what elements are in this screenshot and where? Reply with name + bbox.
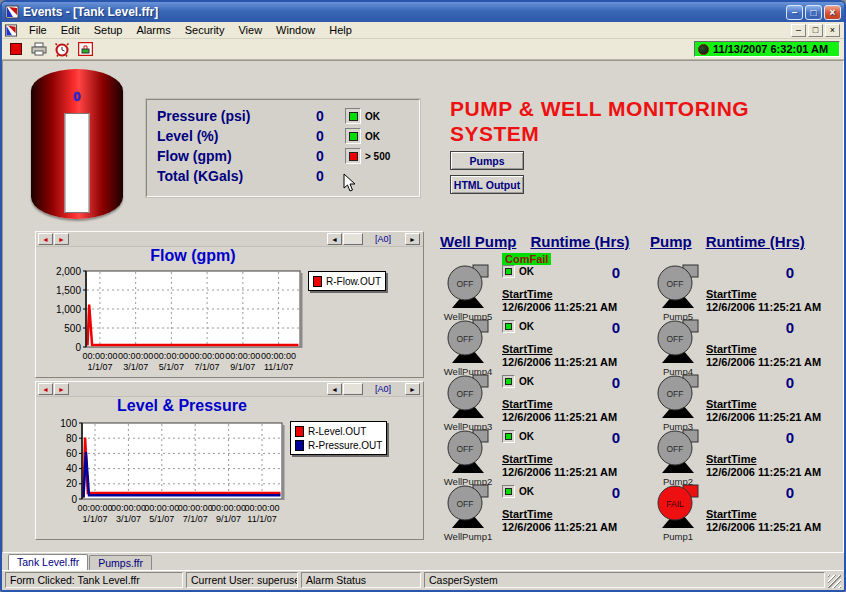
chart-scroll-right-group: ◄[A0]► (327, 383, 421, 395)
scroll-left-button[interactable]: ◄ (38, 383, 53, 395)
html-output-button[interactable]: HTML Output (450, 175, 524, 194)
pump-off-icon[interactable]: OFF (444, 263, 492, 309)
chart-scroll-row: ◄►◄[A0]► (36, 232, 423, 247)
pump-rows: OFFWellPump5OKStartTime12/6/2006 11:25:2… (440, 263, 648, 538)
scroll-left-button[interactable]: ◄ (38, 233, 53, 245)
svg-text:1/1/07: 1/1/07 (82, 514, 107, 524)
pump-off-icon[interactable]: OFF (654, 263, 702, 309)
pumps-button[interactable]: Pumps (450, 151, 524, 170)
status-field-3: CasperSystem (424, 572, 825, 588)
menu-window[interactable]: Window (269, 23, 322, 37)
mdi-minimize-button[interactable]: – (791, 24, 806, 37)
ok-label: OK (519, 376, 534, 387)
chart-scroll-row: ◄►◄[A0]► (36, 382, 423, 397)
page-title: PUMP & WELL MONITORING SYSTEM (450, 97, 750, 147)
column-header-left: Pump (650, 233, 692, 250)
chart-plot-2: 02040608010000:00:001/1/0700:00:003/1/07… (36, 397, 421, 539)
svg-text:1,000: 1,000 (56, 304, 81, 315)
column-header-left: Well Pump (440, 233, 516, 250)
tab-tank-level-ffr[interactable]: Tank Level.ffr (8, 554, 88, 570)
status-led-icon (345, 148, 361, 164)
menu-file[interactable]: File (22, 23, 54, 37)
events-log-button[interactable] (75, 40, 95, 58)
scroll-right-button[interactable]: ► (54, 383, 69, 395)
title-bar[interactable]: Events - [Tank Level.ffr] – □ × (2, 2, 844, 22)
menu-edit[interactable]: Edit (54, 23, 87, 37)
action-buttons: PumpsHTML Output (450, 151, 524, 194)
legend-swatch (295, 426, 304, 437)
scroll-right-button[interactable]: ► (54, 233, 69, 245)
pump-rows: OFFPump5StartTime12/6/2006 11:25:21 AM0O… (650, 263, 842, 538)
scrollbar-back-button[interactable]: ◄ (327, 383, 342, 395)
form-tabs: Tank Level.ffrPumps.ffr (2, 553, 844, 570)
menu-setup[interactable]: Setup (87, 23, 130, 37)
metric-row: Level (%)0OK (157, 126, 411, 146)
resize-grip[interactable] (828, 575, 841, 588)
pump-off-icon[interactable]: OFF (654, 318, 702, 364)
svg-text:OFF: OFF (457, 279, 474, 289)
client-area: 0 Pressure (psi)0OKLevel (%)0OKFlow (gpm… (2, 60, 844, 553)
print-button[interactable] (29, 40, 49, 58)
pump-status-line: OK (502, 485, 534, 498)
metric-label: Flow (gpm) (157, 148, 295, 164)
svg-text:500: 500 (64, 323, 81, 334)
pump-status-line: OK (502, 265, 534, 278)
close-button[interactable]: × (824, 5, 841, 20)
minimize-button[interactable]: – (786, 5, 803, 20)
svg-text:00:00:00: 00:00:00 (144, 503, 179, 513)
pump-off-icon[interactable]: OFF (444, 483, 492, 529)
scrollbar-back-button[interactable]: ◄ (327, 233, 342, 245)
status-led-icon (345, 128, 361, 144)
pump-icon-wrap: FAILPump1 (650, 483, 706, 542)
ok-led-inner (505, 433, 512, 440)
scrollbar-thumb[interactable] (343, 233, 363, 245)
svg-text:7/1/07: 7/1/07 (195, 362, 220, 372)
alarms-button[interactable] (52, 40, 72, 58)
chart-scroll-left-group: ◄► (38, 233, 70, 245)
pump-fail-icon[interactable]: FAIL (654, 483, 702, 529)
legend-entry: R-Flow.OUT (313, 274, 381, 288)
pump-off-icon[interactable]: OFF (654, 428, 702, 474)
ok-led-icon (502, 485, 515, 498)
runtime-value: 0 (772, 374, 808, 391)
scrollbar-thumb[interactable] (343, 383, 363, 395)
starttime-value: 12/6/2006 11:25:21 AM (502, 411, 617, 423)
menu-help[interactable]: Help (322, 23, 359, 37)
pump-icon-wrap: OFFPump2 (650, 428, 706, 487)
svg-text:FAIL: FAIL (666, 499, 684, 509)
mdi-restore-button[interactable]: □ (808, 24, 823, 37)
svg-text:100: 100 (60, 418, 77, 429)
svg-text:OFF: OFF (457, 334, 474, 344)
menu-view[interactable]: View (231, 23, 269, 37)
chart-body-1: Flow (gpm)05001,0001,5002,00000:00:001/1… (36, 247, 423, 381)
chart-legend: R-Level.OUTR-Pressure.OUT (290, 421, 387, 455)
pump-row-wellpump2: OFFWellPump2OKStartTime12/6/2006 11:25:2… (440, 428, 648, 483)
legend-label: R-Flow.OUT (326, 276, 381, 287)
pump-status-line: OK (502, 375, 534, 388)
pump-off-icon[interactable]: OFF (444, 428, 492, 474)
menu-alarms[interactable]: Alarms (129, 23, 177, 37)
pump-off-icon[interactable]: OFF (654, 373, 702, 419)
svg-text:80: 80 (66, 433, 78, 444)
starttime-value: 12/6/2006 11:25:21 AM (502, 356, 617, 368)
pump-row-pump3: OFFPump3StartTime12/6/2006 11:25:21 AM0 (650, 373, 842, 428)
starttime-value: 12/6/2006 11:25:21 AM (502, 521, 617, 533)
svg-text:00:00:00: 00:00:00 (190, 351, 225, 361)
svg-text:1,500: 1,500 (56, 285, 81, 296)
scrollbar-forward-button[interactable]: ► (405, 383, 420, 395)
printer-icon (31, 42, 47, 56)
scrollbar-forward-button[interactable]: ► (405, 233, 420, 245)
legend-label: R-Level.OUT (308, 426, 366, 437)
runtime-value: 0 (772, 264, 808, 281)
stop-button[interactable] (6, 40, 26, 58)
metric-value: 0 (295, 128, 345, 144)
pump-off-icon[interactable]: OFF (444, 373, 492, 419)
mdi-close-button[interactable]: × (825, 24, 840, 37)
chart-body-2: Level & Pressure02040608010000:00:001/1/… (36, 397, 423, 543)
maximize-button[interactable]: □ (805, 5, 822, 20)
tab-pumps-ffr[interactable]: Pumps.ffr (89, 555, 152, 570)
menu-security[interactable]: Security (178, 23, 232, 37)
legend-swatch (295, 440, 304, 451)
status-bar: Form Clicked: Tank Level.ffrCurrent User… (2, 570, 844, 590)
pump-off-icon[interactable]: OFF (444, 318, 492, 364)
